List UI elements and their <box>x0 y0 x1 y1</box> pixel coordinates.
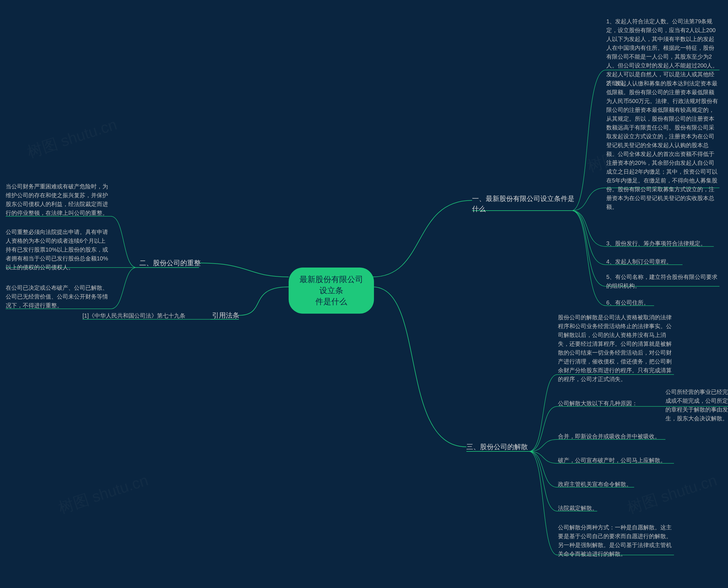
leaf-3-2[interactable]: 公司解散大致以下有几种原因： <box>558 399 638 408</box>
leaf-1-5[interactable]: 5、有公司名称，建立符合股份有限公司要求的组织机构。 <box>606 273 720 290</box>
leaf-1-2[interactable]: 2、发起人认缴和募集的股本达到法定资本最低限额。股份有限公司的注册资本最低限额为… <box>606 79 720 211</box>
node-section-2[interactable]: 二、股份公司的重整 <box>139 258 201 268</box>
leaf-3-7[interactable]: 公司解散分两种方式：一种是自愿解散。这主要是基于公司自己的要求而自愿进行的解散。… <box>558 523 672 559</box>
leaf-2-2[interactable]: 公司重整必须向法院提出申请。具有申请人资格的为本公司的或者连续6个月以上持有已发… <box>6 228 111 272</box>
watermark: 树图 shutu.cn <box>625 470 720 519</box>
leaf-1-6[interactable]: 6、有公司住所。 <box>606 298 649 307</box>
central-node[interactable]: 最新股份有限公司设立条 件是什么 <box>289 268 374 314</box>
leaf-1-1[interactable]: 1、发起人符合法定人数。公司法第79条规定，设立股份有限公司，应当有2人以上20… <box>606 17 720 88</box>
leaf-3-4[interactable]: 破产，公司宣布破产时，公司马上应解散。 <box>558 456 675 465</box>
leaf-1-3[interactable]: 3、股份发行、筹办事项符合法律规定。 <box>606 239 717 248</box>
leaf-1-4[interactable]: 4、发起人制订公司章程。 <box>606 257 672 266</box>
leaf-3-3[interactable]: 合并，即新设合并或吸收合并中被吸收。 <box>558 432 669 441</box>
leaf-4-1[interactable]: [1]《中华人民共和国公司法》第七十九条 <box>83 311 185 320</box>
watermark: 树图 shutu.cn <box>25 114 120 163</box>
central-label: 最新股份有限公司设立条 件是什么 <box>300 275 363 306</box>
leaf-3-6[interactable]: 法院裁定解散。 <box>558 504 598 512</box>
node-section-1[interactable]: 一、最新股份有限公司设立条件是 什么 <box>472 193 574 214</box>
node-section-4[interactable]: 引用法条 <box>212 310 239 320</box>
leaf-3-2-sub[interactable]: 公司所经营的事业已经完成或不能完成，公司所定的章程关于解散的事由发生，股东大会决… <box>665 387 728 423</box>
node-section-3[interactable]: 三、股份公司的解散 <box>466 442 528 452</box>
leaf-2-1[interactable]: 当公司财务严重困难或有破产危险时，为维护公司的存在和使之振兴复苏，并保护股东公司… <box>6 182 111 217</box>
leaf-3-1[interactable]: 股份公司的解散是公司法人资格被取消的法律程序和公司业务经营活动终止的法律事实。公… <box>558 313 672 384</box>
leaf-3-5[interactable]: 政府主管机关宣布命令解散。 <box>558 480 632 489</box>
leaf-2-3[interactable]: 在公司已决定或公布破产、公司已解散、公司已无经营价值、公司未公开财务等情况下，不… <box>6 284 111 310</box>
watermark: 树图 shutu.cn <box>56 470 151 519</box>
